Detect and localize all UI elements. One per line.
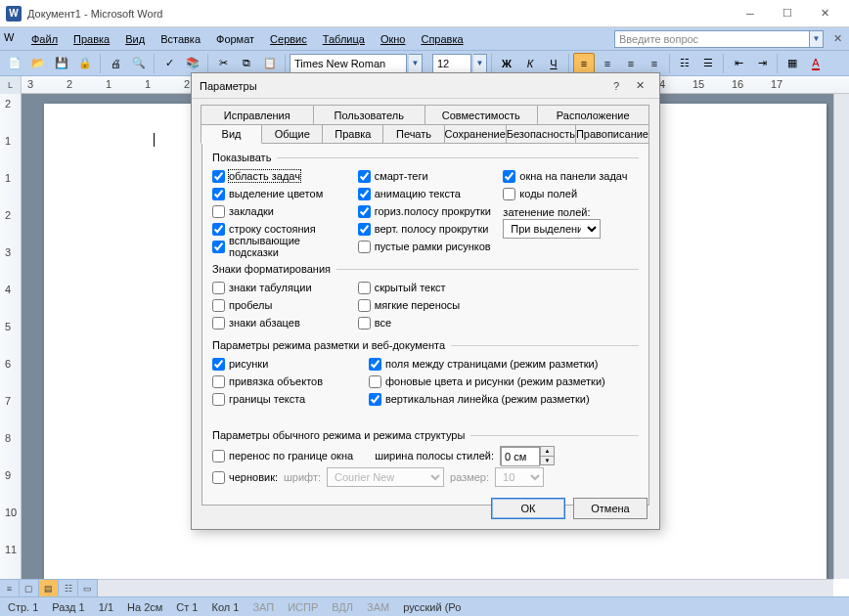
- show2-chk-3[interactable]: [358, 223, 371, 236]
- marks2-chk-1[interactable]: [358, 299, 371, 312]
- indent-decrease-icon[interactable]: ⇤: [728, 53, 749, 74]
- indent-increase-icon[interactable]: ⇥: [751, 53, 773, 74]
- tab-edit[interactable]: Правка: [322, 124, 383, 144]
- status-ovr[interactable]: ЗАМ: [367, 601, 389, 613]
- dialog-title-bar[interactable]: Параметры ? ✕: [192, 73, 659, 99]
- dialog-help-button[interactable]: ?: [604, 76, 628, 96]
- show2-chk-2[interactable]: [358, 205, 371, 218]
- font-size-dropdown[interactable]: ▼: [473, 54, 487, 73]
- show3-chk-1[interactable]: [503, 188, 515, 200]
- show2-chk-4[interactable]: [358, 241, 371, 253]
- doc-close-button[interactable]: ✕: [829, 31, 845, 47]
- tab-corrections[interactable]: Исправления: [201, 105, 314, 124]
- underline-icon[interactable]: Ч: [543, 53, 564, 74]
- status-trk[interactable]: ИСПР: [288, 601, 318, 613]
- menu-insert[interactable]: Вставка: [153, 31, 208, 47]
- marks1-chk-0[interactable]: [212, 282, 225, 294]
- show1-chk-2[interactable]: [212, 205, 225, 218]
- align-center-icon[interactable]: ≡: [597, 53, 618, 74]
- align-left-icon[interactable]: ≡: [573, 53, 595, 74]
- shading-select[interactable]: При выделении: [503, 219, 601, 239]
- save-icon[interactable]: 💾: [51, 53, 72, 74]
- help-search-input[interactable]: Введите вопрос: [614, 30, 810, 48]
- tab-print[interactable]: Печать: [382, 124, 444, 144]
- status-lang[interactable]: русский (Ро: [403, 601, 461, 613]
- vertical-scrollbar[interactable]: [833, 94, 849, 579]
- chk-draft[interactable]: [212, 471, 225, 484]
- close-button[interactable]: ✕: [806, 4, 843, 23]
- italic-icon[interactable]: К: [519, 53, 541, 74]
- layout2-chk-1[interactable]: [369, 375, 381, 388]
- menu-edit[interactable]: Правка: [66, 31, 117, 47]
- tab-user[interactable]: Пользователь: [313, 105, 426, 124]
- spellcheck-icon[interactable]: ✓: [158, 53, 180, 74]
- view-outline[interactable]: ☷: [59, 580, 78, 597]
- open-icon[interactable]: 📂: [27, 53, 49, 74]
- preview-icon[interactable]: 🔍: [128, 53, 150, 74]
- tab-spell[interactable]: Правописание: [575, 124, 649, 144]
- font-size-combo[interactable]: 12: [432, 54, 471, 73]
- layout1-chk-0[interactable]: [212, 358, 225, 371]
- status-ext[interactable]: ВДЛ: [332, 601, 353, 613]
- marks1-chk-1[interactable]: [212, 299, 225, 312]
- style-width-input[interactable]: [501, 447, 540, 466]
- show3-chk-0[interactable]: [503, 170, 515, 183]
- tab-compat[interactable]: Совместимость: [424, 105, 538, 124]
- view-reading[interactable]: ▭: [78, 580, 98, 597]
- menu-help[interactable]: Справка: [413, 31, 470, 47]
- status-rec[interactable]: ЗАП: [252, 601, 274, 613]
- ok-button[interactable]: ОК: [491, 498, 565, 519]
- menu-window[interactable]: Окно: [373, 31, 414, 47]
- tab-locations[interactable]: Расположение: [537, 105, 650, 124]
- show1-chk-4[interactable]: [212, 241, 225, 253]
- view-normal[interactable]: ≡: [0, 580, 20, 597]
- style-width-spinner[interactable]: ▲▼: [500, 446, 555, 465]
- help-search-dropdown[interactable]: ▼: [810, 30, 824, 48]
- cancel-button[interactable]: Отмена: [573, 498, 648, 519]
- font-name-dropdown[interactable]: ▼: [409, 54, 423, 73]
- font-color-icon[interactable]: A: [805, 53, 827, 74]
- menu-file[interactable]: Файл: [23, 31, 66, 47]
- vertical-ruler[interactable]: 2112345678910111213: [0, 94, 22, 579]
- font-name-combo[interactable]: Times New Roman: [290, 54, 407, 73]
- numbered-list-icon[interactable]: ☷: [674, 53, 695, 74]
- show2-chk-0[interactable]: [358, 170, 371, 183]
- layout2-chk-2[interactable]: [369, 393, 381, 406]
- research-icon[interactable]: 📚: [182, 53, 203, 74]
- layout1-chk-1[interactable]: [212, 375, 225, 388]
- marks2-chk-2[interactable]: [358, 317, 371, 330]
- layout1-chk-2[interactable]: [212, 393, 225, 406]
- cut-icon[interactable]: ✂: [212, 53, 234, 74]
- horizontal-scrollbar[interactable]: [98, 579, 833, 596]
- marks1-chk-2[interactable]: [212, 317, 225, 330]
- marks2-chk-0[interactable]: [358, 282, 371, 294]
- align-right-icon[interactable]: ≡: [620, 53, 642, 74]
- new-doc-icon[interactable]: 📄: [4, 53, 25, 74]
- tab-general[interactable]: Общие: [261, 124, 323, 144]
- minimize-button[interactable]: ─: [732, 4, 769, 23]
- show1-chk-0[interactable]: [212, 170, 225, 183]
- menu-format[interactable]: Формат: [208, 31, 262, 47]
- chk-wrap[interactable]: [212, 450, 225, 462]
- print-icon[interactable]: 🖨: [105, 53, 126, 74]
- align-justify-icon[interactable]: ≡: [644, 53, 665, 74]
- tab-save[interactable]: Сохранение: [444, 124, 507, 144]
- menu-view[interactable]: Вид: [117, 31, 153, 47]
- maximize-button[interactable]: ☐: [769, 4, 806, 23]
- view-web[interactable]: ▢: [20, 580, 39, 597]
- permissions-icon[interactable]: 🔒: [74, 53, 96, 74]
- tab-security[interactable]: Безопасность: [506, 124, 576, 144]
- paste-icon[interactable]: 📋: [259, 53, 281, 74]
- layout2-chk-0[interactable]: [369, 358, 381, 371]
- bold-icon[interactable]: Ж: [496, 53, 517, 74]
- tab-view[interactable]: Вид: [201, 124, 262, 144]
- copy-icon[interactable]: ⧉: [236, 53, 257, 74]
- borders-icon[interactable]: ▦: [782, 53, 803, 74]
- show1-chk-3[interactable]: [212, 223, 225, 236]
- menu-table[interactable]: Таблица: [315, 31, 373, 47]
- bullet-list-icon[interactable]: ☰: [697, 53, 719, 74]
- dialog-close-button[interactable]: ✕: [628, 76, 651, 96]
- show2-chk-1[interactable]: [358, 188, 371, 200]
- show1-chk-1[interactable]: [212, 188, 225, 200]
- menu-tools[interactable]: Сервис: [262, 31, 315, 47]
